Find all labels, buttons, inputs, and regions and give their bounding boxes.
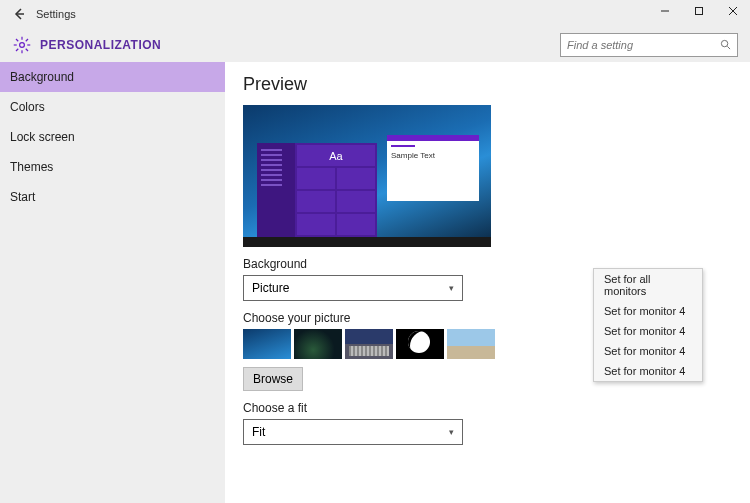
sidebar-item-label: Lock screen	[10, 130, 75, 144]
preview-title: Preview	[243, 74, 750, 95]
browse-button-label: Browse	[253, 372, 293, 386]
header-row: PERSONALIZATION	[0, 28, 750, 62]
svg-line-10	[26, 49, 28, 51]
fit-dropdown-value: Fit	[252, 425, 265, 439]
sidebar-item-label: Background	[10, 70, 74, 84]
picture-thumbnails	[243, 329, 495, 359]
sidebar-item-themes[interactable]: Themes	[0, 152, 225, 182]
preview-sample-window: Sample Text	[387, 135, 479, 201]
svg-point-13	[721, 40, 727, 46]
window-controls	[648, 0, 750, 22]
context-menu-item-monitor[interactable]: Set for monitor 4	[594, 361, 702, 381]
background-dropdown-value: Picture	[252, 281, 289, 295]
picture-thumb-4[interactable]	[396, 329, 444, 359]
sample-text: Sample Text	[391, 151, 475, 160]
arrow-left-icon	[12, 7, 26, 21]
context-menu-item-monitor[interactable]: Set for monitor 4	[594, 321, 702, 341]
page-heading: PERSONALIZATION	[40, 38, 161, 52]
svg-line-12	[26, 39, 28, 41]
context-menu-item-monitor[interactable]: Set for monitor 4	[594, 341, 702, 361]
browse-button[interactable]: Browse	[243, 367, 303, 391]
background-dropdown[interactable]: Picture ▾	[243, 275, 463, 301]
window-title: Settings	[36, 8, 76, 20]
sidebar-item-colors[interactable]: Colors	[0, 92, 225, 122]
svg-rect-1	[696, 8, 703, 15]
preview-taskbar	[243, 237, 491, 247]
svg-line-14	[727, 46, 730, 49]
sidebar-item-lock-screen[interactable]: Lock screen	[0, 122, 225, 152]
preview-start-menu: Aa	[257, 143, 377, 237]
sidebar-item-label: Start	[10, 190, 35, 204]
picture-thumb-3[interactable]	[345, 329, 393, 359]
sidebar-item-start[interactable]: Start	[0, 182, 225, 212]
close-button[interactable]	[716, 0, 750, 22]
context-menu: Set for all monitors Set for monitor 4 S…	[593, 268, 703, 382]
picture-thumb-2[interactable]	[294, 329, 342, 359]
svg-line-9	[16, 39, 18, 41]
search-icon	[720, 39, 731, 52]
chevron-down-icon: ▾	[449, 283, 454, 293]
title-bar: Settings	[0, 0, 750, 28]
picture-thumb-5[interactable]	[447, 329, 495, 359]
minimize-button[interactable]	[648, 0, 682, 22]
sidebar-item-label: Themes	[10, 160, 53, 174]
search-input[interactable]	[567, 39, 720, 51]
svg-line-11	[16, 49, 18, 51]
preview-tile-aa: Aa	[297, 145, 375, 166]
maximize-button[interactable]	[682, 0, 716, 22]
sidebar-item-background[interactable]: Background	[0, 62, 225, 92]
gear-icon	[12, 35, 32, 55]
context-menu-item-all-monitors[interactable]: Set for all monitors	[594, 269, 702, 301]
sidebar-item-label: Colors	[10, 100, 45, 114]
chevron-down-icon: ▾	[449, 427, 454, 437]
svg-point-4	[20, 43, 25, 48]
fit-dropdown[interactable]: Fit ▾	[243, 419, 463, 445]
back-button[interactable]	[10, 5, 28, 23]
content-area: Preview Aa Sample Text	[225, 62, 750, 503]
sidebar: Background Colors Lock screen Themes Sta…	[0, 62, 225, 503]
search-box[interactable]	[560, 33, 738, 57]
context-menu-item-monitor[interactable]: Set for monitor 4	[594, 301, 702, 321]
choose-fit-label: Choose a fit	[243, 401, 750, 415]
preview-pane: Aa Sample Text	[243, 105, 491, 247]
picture-thumb-1[interactable]	[243, 329, 291, 359]
